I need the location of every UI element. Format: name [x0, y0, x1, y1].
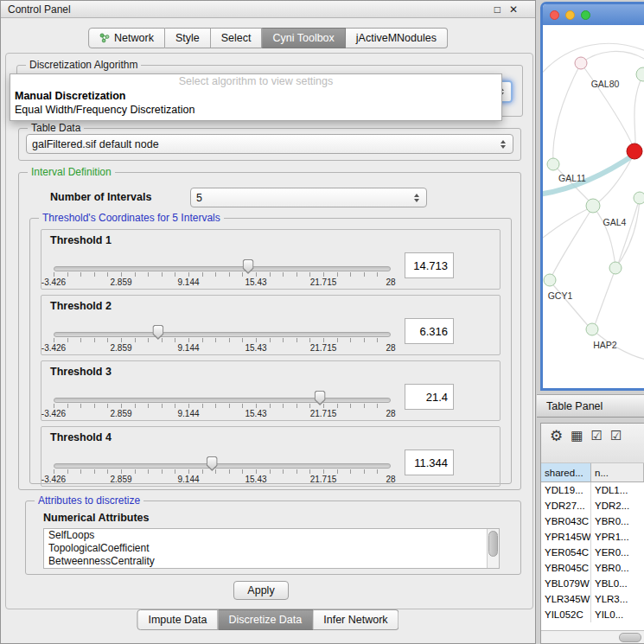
scale-label: 28	[386, 409, 395, 418]
table-hscrollbar[interactable]	[541, 630, 644, 643]
tab-network[interactable]: Network	[88, 28, 165, 48]
network-node[interactable]	[547, 158, 559, 170]
popup-item-equal-width-frequency-discretization[interactable]: Equal Width/Frequency Discretization	[10, 103, 501, 117]
table-data-group-title: Table Data	[28, 122, 84, 134]
table-cell-shared-name: YDR27...	[541, 498, 591, 513]
bottom-tab-infer-network[interactable]: Infer Network	[313, 609, 399, 630]
table-row[interactable]: YDL19...YDL1...	[541, 482, 644, 498]
attribute-item-betweennesscentrality[interactable]: BetweennessCentrality	[44, 555, 499, 568]
network-node-label-gal4[interactable]: GAL4	[603, 217, 627, 227]
table-data-combo[interactable]: galFiltered.sif default node	[26, 134, 513, 154]
network-node[interactable]	[634, 192, 644, 204]
network-node-label-gal80[interactable]: GAL80	[591, 79, 620, 89]
discretization-group-title: Discretization Algorithm	[26, 59, 141, 71]
table-row[interactable]: YPR145WYPR1...	[541, 529, 644, 545]
table-panel-header[interactable]: Table Panel	[537, 394, 644, 418]
thresholds-group-title: Threshold's Coordinates for 5 Intervals	[39, 212, 224, 224]
threshold-value-field[interactable]: 11.344	[405, 450, 454, 475]
threshold-value-field[interactable]: 6.316	[405, 318, 454, 344]
close-traffic-light-icon[interactable]	[550, 10, 559, 20]
attributes-list[interactable]: SelfLoopsTopologicalCoefficientBetweenne…	[43, 528, 500, 569]
network-node[interactable]	[636, 67, 644, 81]
attributes-scrollbar[interactable]	[487, 529, 499, 568]
threshold-panel-threshold-3: Threshold 3-3.4262.8599.14415.4321.71528…	[41, 360, 501, 421]
numerical-attributes-label: Numerical Attributes	[43, 512, 149, 524]
scale-label: 9.144	[177, 409, 199, 418]
table-cell-shared-name: YBR045C	[541, 560, 591, 576]
threshold-value-field[interactable]: 14.713	[405, 252, 454, 278]
stepper-arrows-icon	[501, 140, 507, 149]
algorithm-popup: Select algorithm to view settings Manual…	[10, 73, 502, 121]
apply-button[interactable]: Apply	[233, 581, 289, 600]
scale-label: 2.859	[110, 475, 131, 484]
network-window-titlebar[interactable]	[543, 4, 644, 25]
table-cell-shared-name: YPR145W	[541, 529, 591, 545]
attribute-item-selfloops[interactable]: SelfLoops	[44, 529, 499, 542]
attributes-group-title: Attributes to discretize	[35, 494, 143, 507]
network-node[interactable]	[544, 274, 556, 286]
columns-icon[interactable]: ▦	[571, 429, 583, 442]
network-node-label-gcy1[interactable]: GCY1	[548, 290, 573, 301]
table-row[interactable]: YBL079WYBL0...	[541, 576, 644, 591]
scale-label: 2.859	[110, 409, 131, 418]
threshold-label: Threshold 3	[50, 366, 112, 378]
table-row[interactable]: YBR045CYBR0...	[541, 560, 644, 576]
window-titlebar[interactable]: Control Panel □ ✕	[1, 1, 535, 18]
table-cell-name: YER0...	[591, 545, 644, 560]
threshold-panel-threshold-1: Threshold 1-3.4262.8599.14415.4321.71528…	[41, 229, 501, 290]
table-row[interactable]: YDR27...YDR2...	[541, 498, 644, 513]
network-canvas[interactable]: GAL80GAL11GAL4GCY1HAP2	[543, 25, 644, 388]
threshold-slider[interactable]: -3.4262.8599.14415.4321.71528	[54, 456, 391, 484]
table-row[interactable]: YLR345WYLR3...	[541, 591, 644, 607]
num-intervals-combo[interactable]: 5	[190, 188, 427, 207]
popup-item-manual-discretization[interactable]: Manual Discretization	[10, 89, 501, 103]
network-node[interactable]	[575, 57, 587, 69]
slider-track	[54, 398, 391, 403]
network-node[interactable]	[586, 199, 600, 213]
attribute-item-topologicalcoefficient[interactable]: TopologicalCoefficient	[44, 542, 499, 555]
network-node-label-hap2[interactable]: HAP2	[593, 340, 617, 350]
select-all-icon[interactable]: ☑	[590, 429, 602, 442]
table-panel-window: ⚙▦☑☑ shared...n... YDL19...YDL1...YDR27.…	[540, 423, 644, 644]
scale-label: 28	[386, 475, 395, 484]
table-body: YDL19...YDL1...YDR27...YDR2...YBR043CYBR…	[541, 482, 644, 631]
tab-jactivemnodules[interactable]: jActiveMNodules	[346, 28, 448, 48]
tab-cyni-toolbox[interactable]: Cyni Toolbox	[262, 28, 345, 48]
float-window-icon[interactable]: □	[494, 4, 501, 15]
minimize-traffic-light-icon[interactable]	[565, 10, 575, 20]
threshold-slider[interactable]: -3.4262.8599.14415.4321.71528	[54, 325, 391, 353]
table-data-combo-value: galFiltered.sif default node	[32, 138, 159, 150]
bottom-tab-impute-data[interactable]: Impute Data	[137, 609, 218, 630]
threshold-slider[interactable]: -3.4262.8599.14415.4321.71528	[54, 391, 391, 418]
scale-label: 21.715	[310, 409, 337, 418]
zoom-traffic-light-icon[interactable]	[581, 10, 590, 20]
scale-label: 15.43	[245, 409, 266, 418]
network-node-selected[interactable]	[627, 143, 642, 159]
threshold-slider[interactable]: -3.4262.8599.14415.4321.71528	[54, 259, 391, 287]
table-cell-name: YDL1...	[591, 482, 644, 498]
settings-gear-icon[interactable]: ⚙	[550, 429, 563, 443]
bottom-tab-discretize-data[interactable]: Discretize Data	[219, 609, 314, 630]
slider-track	[54, 332, 391, 337]
close-icon[interactable]: ✕	[509, 4, 518, 15]
tab-select[interactable]: Select	[211, 28, 263, 48]
network-node[interactable]	[609, 262, 622, 274]
network-graph[interactable]: GAL80GAL11GAL4GCY1HAP2	[543, 25, 644, 388]
stepper-arrows-icon	[414, 194, 421, 202]
table-row[interactable]: YBR043CYBR0...	[541, 513, 644, 529]
column-header-shared-name[interactable]: shared...	[541, 463, 591, 481]
scale-label: 15.43	[245, 475, 266, 484]
tab-style[interactable]: Style	[165, 28, 211, 48]
scrollbar-thumb[interactable]	[619, 633, 641, 642]
scrollbar-thumb[interactable]	[488, 531, 498, 557]
table-row[interactable]: YER054CYER0...	[541, 545, 644, 560]
table-cell-name: YBL0...	[591, 576, 644, 591]
threshold-value-field[interactable]: 21.4	[405, 384, 454, 410]
table-row[interactable]: YIL052CYIL0...	[541, 607, 644, 622]
threshold-label: Threshold 4	[50, 431, 112, 443]
network-node[interactable]	[586, 323, 598, 335]
select-mode-icon[interactable]: ☑	[610, 429, 622, 442]
network-node-label-gal11[interactable]: GAL11	[558, 173, 586, 183]
scale-label: 9.144	[177, 343, 199, 353]
column-header-name[interactable]: n...	[591, 463, 644, 481]
